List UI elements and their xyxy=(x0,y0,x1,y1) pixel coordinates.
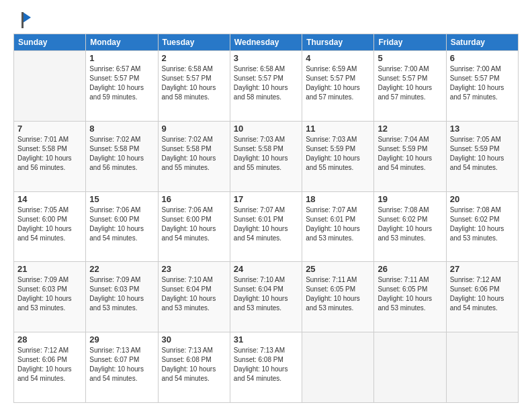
calendar-cell: 13Sunrise: 7:05 AMSunset: 5:59 PMDayligh… xyxy=(446,121,518,191)
day-number: 12 xyxy=(378,124,442,134)
weekday-header-thursday: Thursday xyxy=(302,34,374,51)
calendar-cell: 5Sunrise: 7:00 AMSunset: 5:57 PMDaylight… xyxy=(374,51,446,122)
weekday-header-wednesday: Wednesday xyxy=(230,34,302,51)
day-info: Sunrise: 7:12 AMSunset: 6:06 PMDaylight:… xyxy=(450,275,515,313)
calendar-week-row: 28Sunrise: 7:12 AMSunset: 6:06 PMDayligh… xyxy=(14,332,519,403)
calendar-cell: 29Sunrise: 7:13 AMSunset: 6:07 PMDayligh… xyxy=(86,332,158,403)
day-info: Sunrise: 7:13 AMSunset: 6:08 PMDaylight:… xyxy=(162,346,226,383)
calendar-week-row: 1Sunrise: 6:57 AMSunset: 5:57 PMDaylight… xyxy=(14,51,519,122)
day-info: Sunrise: 7:01 AMSunset: 5:58 PMDaylight:… xyxy=(17,135,82,173)
day-info: Sunrise: 7:11 AMSunset: 6:05 PMDaylight:… xyxy=(306,275,370,313)
calendar-cell: 26Sunrise: 7:11 AMSunset: 6:05 PMDayligh… xyxy=(374,262,446,332)
day-number: 27 xyxy=(450,264,515,274)
day-number: 29 xyxy=(89,334,154,345)
calendar-cell: 1Sunrise: 6:57 AMSunset: 5:57 PMDaylight… xyxy=(86,51,158,122)
svg-rect-1 xyxy=(21,12,24,28)
day-info: Sunrise: 7:13 AMSunset: 6:07 PMDaylight:… xyxy=(89,346,154,383)
day-number: 24 xyxy=(234,264,298,274)
day-number: 23 xyxy=(162,264,226,274)
day-info: Sunrise: 7:08 AMSunset: 6:02 PMDaylight:… xyxy=(450,205,515,243)
calendar-cell xyxy=(446,332,518,403)
calendar-cell: 2Sunrise: 6:58 AMSunset: 5:57 PMDaylight… xyxy=(158,51,230,122)
day-info: Sunrise: 7:02 AMSunset: 5:58 PMDaylight:… xyxy=(89,135,154,173)
day-info: Sunrise: 7:07 AMSunset: 6:01 PMDaylight:… xyxy=(234,205,298,243)
day-number: 19 xyxy=(378,194,442,204)
day-number: 13 xyxy=(450,124,515,134)
calendar-cell: 19Sunrise: 7:08 AMSunset: 6:02 PMDayligh… xyxy=(374,191,446,262)
day-number: 25 xyxy=(306,264,370,274)
calendar-cell: 11Sunrise: 7:03 AMSunset: 5:59 PMDayligh… xyxy=(302,121,374,191)
page: SundayMondayTuesdayWednesdayThursdayFrid… xyxy=(0,0,532,411)
day-number: 31 xyxy=(234,334,298,345)
day-info: Sunrise: 7:03 AMSunset: 5:58 PMDaylight:… xyxy=(234,135,298,173)
calendar-cell: 12Sunrise: 7:04 AMSunset: 5:59 PMDayligh… xyxy=(374,121,446,191)
day-info: Sunrise: 6:58 AMSunset: 5:57 PMDaylight:… xyxy=(234,64,298,102)
day-number: 20 xyxy=(450,194,515,204)
calendar-cell: 9Sunrise: 7:02 AMSunset: 5:58 PMDaylight… xyxy=(158,121,230,191)
calendar-cell: 14Sunrise: 7:05 AMSunset: 6:00 PMDayligh… xyxy=(14,191,86,262)
calendar-cell xyxy=(14,51,86,122)
day-number: 21 xyxy=(17,264,82,274)
day-info: Sunrise: 7:10 AMSunset: 6:04 PMDaylight:… xyxy=(162,275,226,313)
day-info: Sunrise: 7:05 AMSunset: 6:00 PMDaylight:… xyxy=(17,205,82,243)
header xyxy=(13,11,519,30)
day-number: 2 xyxy=(162,53,226,63)
day-info: Sunrise: 6:58 AMSunset: 5:57 PMDaylight:… xyxy=(162,64,226,102)
calendar-cell: 4Sunrise: 6:59 AMSunset: 5:57 PMDaylight… xyxy=(302,51,374,122)
day-number: 7 xyxy=(17,124,82,134)
day-number: 26 xyxy=(378,264,442,274)
calendar-cell xyxy=(302,332,374,403)
day-number: 30 xyxy=(162,334,226,345)
calendar-cell: 18Sunrise: 7:07 AMSunset: 6:01 PMDayligh… xyxy=(302,191,374,262)
day-number: 8 xyxy=(89,124,154,134)
svg-marker-0 xyxy=(23,12,31,23)
day-number: 1 xyxy=(89,53,154,63)
day-info: Sunrise: 7:02 AMSunset: 5:58 PMDaylight:… xyxy=(162,135,226,173)
day-number: 4 xyxy=(306,53,370,63)
day-info: Sunrise: 7:11 AMSunset: 6:05 PMDaylight:… xyxy=(378,275,442,313)
day-number: 11 xyxy=(306,124,370,134)
day-info: Sunrise: 7:03 AMSunset: 5:59 PMDaylight:… xyxy=(306,135,370,173)
day-info: Sunrise: 7:00 AMSunset: 5:57 PMDaylight:… xyxy=(378,64,442,102)
calendar-cell: 31Sunrise: 7:13 AMSunset: 6:08 PMDayligh… xyxy=(230,332,302,403)
calendar-cell: 7Sunrise: 7:01 AMSunset: 5:58 PMDaylight… xyxy=(14,121,86,191)
day-info: Sunrise: 7:08 AMSunset: 6:02 PMDaylight:… xyxy=(378,205,442,243)
weekday-header-friday: Friday xyxy=(374,34,446,51)
calendar-week-row: 14Sunrise: 7:05 AMSunset: 6:00 PMDayligh… xyxy=(14,191,519,262)
day-number: 28 xyxy=(17,334,82,345)
day-info: Sunrise: 7:13 AMSunset: 6:08 PMDaylight:… xyxy=(234,346,298,383)
calendar-cell: 25Sunrise: 7:11 AMSunset: 6:05 PMDayligh… xyxy=(302,262,374,332)
calendar-cell: 3Sunrise: 6:58 AMSunset: 5:57 PMDaylight… xyxy=(230,51,302,122)
weekday-header-monday: Monday xyxy=(86,34,158,51)
day-number: 16 xyxy=(162,194,226,204)
day-number: 6 xyxy=(450,53,515,63)
day-number: 17 xyxy=(234,194,298,204)
calendar-table: SundayMondayTuesdayWednesdayThursdayFrid… xyxy=(13,34,519,403)
calendar-cell: 30Sunrise: 7:13 AMSunset: 6:08 PMDayligh… xyxy=(158,332,230,403)
weekday-header-row: SundayMondayTuesdayWednesdayThursdayFrid… xyxy=(14,34,519,51)
calendar-cell: 15Sunrise: 7:06 AMSunset: 6:00 PMDayligh… xyxy=(86,191,158,262)
day-info: Sunrise: 7:09 AMSunset: 6:03 PMDaylight:… xyxy=(17,275,82,313)
day-number: 22 xyxy=(89,264,154,274)
day-number: 18 xyxy=(306,194,370,204)
calendar-cell: 8Sunrise: 7:02 AMSunset: 5:58 PMDaylight… xyxy=(86,121,158,191)
calendar-week-row: 7Sunrise: 7:01 AMSunset: 5:58 PMDaylight… xyxy=(14,121,519,191)
day-info: Sunrise: 7:10 AMSunset: 6:04 PMDaylight:… xyxy=(234,275,298,313)
calendar-cell: 10Sunrise: 7:03 AMSunset: 5:58 PMDayligh… xyxy=(230,121,302,191)
weekday-header-sunday: Sunday xyxy=(14,34,86,51)
weekday-header-tuesday: Tuesday xyxy=(158,34,230,51)
calendar-cell: 27Sunrise: 7:12 AMSunset: 6:06 PMDayligh… xyxy=(446,262,518,332)
day-info: Sunrise: 6:59 AMSunset: 5:57 PMDaylight:… xyxy=(306,64,370,102)
day-info: Sunrise: 7:06 AMSunset: 6:00 PMDaylight:… xyxy=(162,205,226,243)
calendar-cell xyxy=(374,332,446,403)
day-info: Sunrise: 7:07 AMSunset: 6:01 PMDaylight:… xyxy=(306,205,370,243)
calendar-cell: 16Sunrise: 7:06 AMSunset: 6:00 PMDayligh… xyxy=(158,191,230,262)
calendar-cell: 6Sunrise: 7:00 AMSunset: 5:57 PMDaylight… xyxy=(446,51,518,122)
calendar-cell: 17Sunrise: 7:07 AMSunset: 6:01 PMDayligh… xyxy=(230,191,302,262)
weekday-header-saturday: Saturday xyxy=(446,34,518,51)
day-number: 3 xyxy=(234,53,298,63)
day-info: Sunrise: 7:04 AMSunset: 5:59 PMDaylight:… xyxy=(378,135,442,173)
day-number: 10 xyxy=(234,124,298,134)
logo-icon xyxy=(13,11,32,30)
day-info: Sunrise: 7:00 AMSunset: 5:57 PMDaylight:… xyxy=(450,64,515,102)
